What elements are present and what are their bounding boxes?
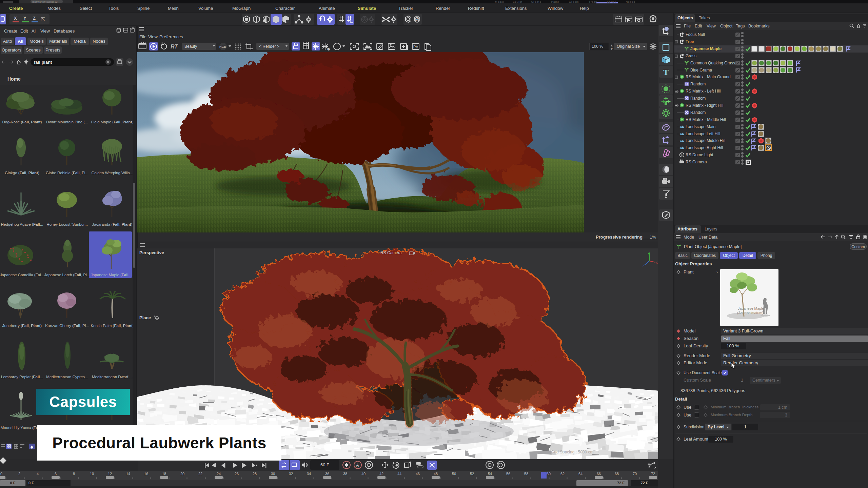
svg-text:Beauty: Beauty — [184, 44, 197, 49]
svg-text:PV: PV — [413, 45, 418, 49]
svg-text:RT: RT — [171, 44, 178, 49]
svg-text:RGB: RGB — [219, 45, 226, 48]
svg-text:(Acer palmatum): (Acer palmatum) — [737, 311, 764, 315]
svg-text:G: G — [328, 48, 330, 51]
svg-text:Z: Z — [643, 264, 645, 268]
svg-text:< Render >: < Render > — [259, 44, 279, 49]
svg-text:T: T — [663, 68, 669, 77]
svg-text:A: A — [356, 463, 359, 468]
svg-text:X: X — [656, 261, 658, 264]
svg-text:Y: Y — [648, 253, 650, 256]
svg-text:A: A — [416, 18, 418, 21]
svg-text:Japanese Maple: Japanese Maple — [738, 306, 764, 310]
